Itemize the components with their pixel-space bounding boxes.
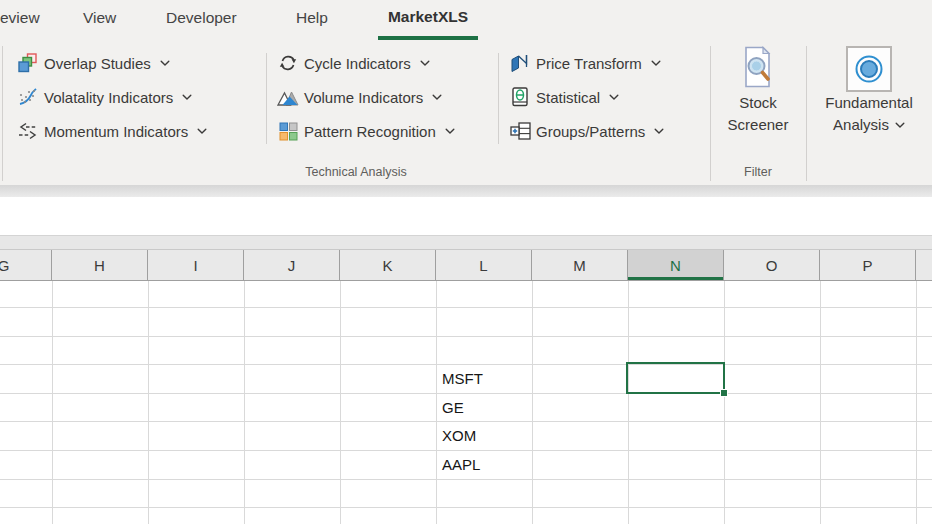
gridline-vertical <box>628 281 629 524</box>
groups-patterns-label: Groups/Patterns <box>536 123 645 140</box>
formula-grid-gap <box>0 236 932 249</box>
stock-screener-label-line2: Screener <box>728 114 789 136</box>
ribbon-group-divider <box>806 46 807 181</box>
cycle-indicators-label: Cycle Indicators <box>304 55 411 72</box>
gridline-vertical <box>52 281 53 524</box>
groups-patterns-button[interactable]: Groups/Patterns <box>508 118 664 144</box>
chevron-down-icon <box>895 122 905 129</box>
chevron-down-icon <box>654 128 664 135</box>
chevron-down-icon <box>182 94 192 101</box>
excel-window: eview View Developer Help MarketXLS Over… <box>0 0 932 524</box>
sheet-grid[interactable]: MSFTGEXOMAAPL <box>0 281 932 524</box>
chevron-down-icon <box>609 94 619 101</box>
column-header-N[interactable]: N <box>628 250 724 280</box>
column-header-J[interactable]: J <box>244 250 340 280</box>
gridline-vertical <box>820 281 821 524</box>
ribbon-group-divider <box>710 46 711 181</box>
gridline-vertical <box>148 281 149 524</box>
volatility-indicators-label: Volatality Indicators <box>44 89 173 106</box>
formula-bar-area <box>0 197 932 236</box>
stock-screener-button[interactable]: Stock Screener <box>716 46 800 136</box>
volume-mountains-icon <box>276 88 300 106</box>
statistical-button[interactable]: Statistical <box>508 84 619 110</box>
ribbon-tab-bar: eview View Developer Help MarketXLS <box>0 0 932 40</box>
gridline-horizontal <box>0 336 932 337</box>
column-header-K[interactable]: K <box>340 250 436 280</box>
cycle-indicators-button[interactable]: Cycle Indicators <box>276 50 430 76</box>
group-label-filter: Filter <box>710 163 806 181</box>
ribbon-bottom-edge <box>0 185 932 197</box>
overlap-studies-label: Overlap Studies <box>44 55 151 72</box>
chevron-down-icon <box>651 60 661 67</box>
volume-indicators-button[interactable]: Volume Indicators <box>276 84 442 110</box>
column-header-M[interactable]: M <box>532 250 628 280</box>
column-header-O[interactable]: O <box>724 250 820 280</box>
volatility-curve-icon <box>16 87 40 107</box>
momentum-arrows-icon <box>16 122 40 140</box>
selected-cell-outline <box>626 362 725 394</box>
tab-view[interactable]: View <box>83 9 116 27</box>
gridline-vertical <box>244 281 245 524</box>
column-header-I[interactable]: I <box>148 250 244 280</box>
price-transform-button[interactable]: Price Transform <box>508 50 661 76</box>
column-header-row: GHIJKLMNOP <box>0 249 932 281</box>
ribbon-column-divider <box>498 53 499 144</box>
column-header-P[interactable]: P <box>820 250 916 280</box>
cycle-arrows-icon <box>276 53 300 73</box>
gridline-horizontal <box>0 479 932 480</box>
chevron-down-icon <box>420 60 430 67</box>
gridline-vertical <box>724 281 725 524</box>
fill-handle[interactable] <box>720 389 728 397</box>
statistical-label: Statistical <box>536 89 600 106</box>
column-header-L[interactable]: L <box>436 250 532 280</box>
tab-developer[interactable]: Developer <box>166 9 237 27</box>
chevron-down-icon <box>160 60 170 67</box>
price-transform-label: Price Transform <box>536 55 642 72</box>
pattern-recognition-button[interactable]: Pattern Recognition <box>276 118 455 144</box>
chevron-down-icon <box>432 94 442 101</box>
tab-review-partial[interactable]: eview <box>0 9 40 27</box>
gridline-horizontal <box>0 507 932 508</box>
gridline-vertical <box>532 281 533 524</box>
tab-help[interactable]: Help <box>296 9 328 27</box>
gridline-vertical <box>916 281 917 524</box>
ribbon: Overlap Studies Volatality Indicators <box>0 40 932 185</box>
column-header-G[interactable]: G <box>0 250 52 280</box>
fundamental-analysis-icon <box>846 46 892 92</box>
overlap-studies-button[interactable]: Overlap Studies <box>16 50 170 76</box>
cell-L-XOM[interactable]: XOM <box>436 421 532 450</box>
gridline-horizontal <box>0 307 932 308</box>
ribbon-column-divider <box>266 53 267 144</box>
ribbon-group-divider <box>2 46 3 181</box>
groups-patterns-icon <box>508 122 532 140</box>
momentum-indicators-label: Momentum Indicators <box>44 123 188 140</box>
price-transform-icon <box>508 54 532 72</box>
column-header-H[interactable]: H <box>52 250 148 280</box>
chevron-down-icon <box>197 128 207 135</box>
cell-L-GE[interactable]: GE <box>436 393 532 421</box>
stock-screener-icon <box>742 46 774 92</box>
tab-marketxls[interactable]: MarketXLS <box>378 8 478 26</box>
gridline-vertical <box>340 281 341 524</box>
fundamental-analysis-button[interactable]: Fundamental Analysis <box>808 46 930 136</box>
pattern-squares-icon <box>276 122 300 141</box>
group-label-technical-analysis: Technical Analysis <box>2 163 710 181</box>
volatility-indicators-button[interactable]: Volatality Indicators <box>16 84 192 110</box>
overlap-squares-icon <box>16 53 40 73</box>
chevron-down-icon <box>445 128 455 135</box>
cell-L-MSFT[interactable]: MSFT <box>436 364 532 393</box>
stock-screener-label-line1: Stock <box>739 92 777 114</box>
statistical-theta-icon <box>508 87 532 107</box>
cell-L-AAPL[interactable]: AAPL <box>436 450 532 479</box>
pattern-recognition-label: Pattern Recognition <box>304 123 436 140</box>
fundamental-analysis-label-line1: Fundamental <box>825 92 913 114</box>
volume-indicators-label: Volume Indicators <box>304 89 423 106</box>
momentum-indicators-button[interactable]: Momentum Indicators <box>16 118 207 144</box>
fundamental-analysis-label-line2: Analysis <box>833 114 905 136</box>
